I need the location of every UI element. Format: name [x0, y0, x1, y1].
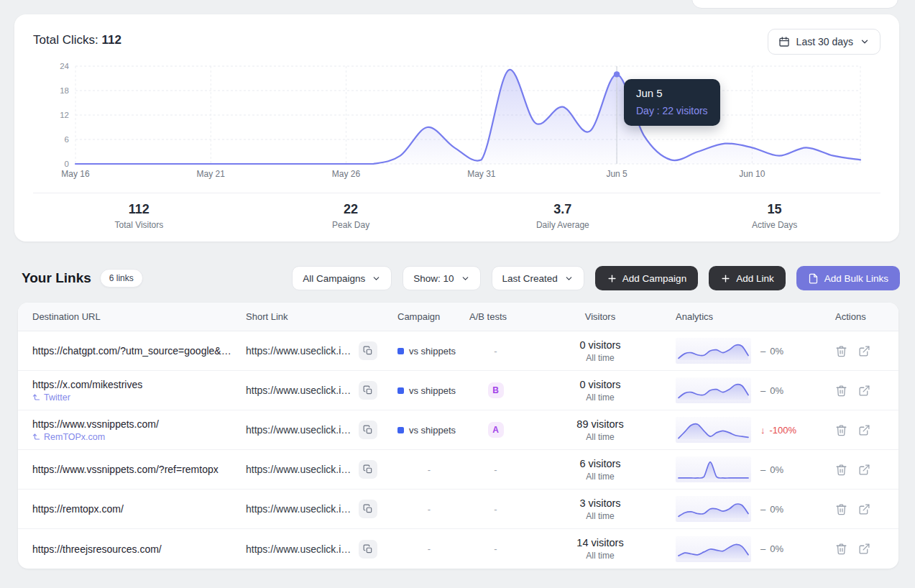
ab-test-cell: - [466, 346, 525, 357]
chevron-down-icon [860, 37, 870, 47]
open-link-button[interactable] [858, 543, 870, 555]
short-link-text[interactable]: https://www.useclick.i… [246, 464, 351, 475]
destination-url-link[interactable]: https://www.vssnippets.com/?ref=remtopx [32, 464, 219, 475]
trash-icon [835, 345, 847, 357]
svg-text:Jun 10: Jun 10 [739, 169, 765, 179]
trend-indicator: – 0% [760, 464, 783, 475]
source-sub-link[interactable]: Twitter [32, 392, 239, 403]
copy-short-link-button[interactable] [359, 421, 377, 439]
copy-icon [363, 385, 373, 395]
external-link-icon [858, 424, 870, 436]
trend-indicator: – 0% [760, 346, 783, 357]
trash-icon [835, 543, 847, 555]
campaign-cell: - [392, 504, 466, 515]
plus-icon [607, 273, 617, 284]
stat-active-days: 15 Active Days [668, 202, 880, 230]
open-link-button[interactable] [858, 385, 870, 397]
campaigns-filter-dropdown[interactable]: All Campaigns [292, 266, 392, 290]
total-clicks-title: Total Clicks: 112 [33, 29, 121, 47]
destination-url-link[interactable]: https://remtopx.com/ [32, 503, 124, 515]
svg-text:May 26: May 26 [332, 169, 361, 179]
ab-test-cell: - [466, 543, 525, 554]
table-row: https://www.vssnippets.com/ RemTOPx.com … [18, 410, 898, 450]
total-clicks-value: 112 [101, 33, 121, 47]
campaign-label: vs shippets [409, 346, 456, 357]
date-range-dropdown[interactable]: Last 30 days [768, 29, 880, 55]
table-row: https://threejsresources.com/ https://ww… [18, 529, 898, 569]
copy-icon [363, 464, 373, 474]
destination-url-link[interactable]: https://x.com/mikestrives [32, 379, 142, 390]
delete-link-button[interactable] [835, 543, 847, 555]
short-link-text[interactable]: https://www.useclick.i… [246, 503, 351, 515]
sort-dropdown[interactable]: Last Created [492, 266, 584, 290]
chevron-down-icon [372, 274, 381, 283]
source-sub-link[interactable]: RemTOPx.com [32, 432, 239, 442]
svg-text:May 31: May 31 [467, 169, 496, 179]
open-link-button[interactable] [858, 345, 870, 357]
sparkline-chart [676, 338, 751, 364]
ab-test-badge: B [488, 382, 504, 398]
destination-url-link[interactable]: https://www.vssnippets.com/ [32, 418, 159, 430]
sparkline-chart [676, 536, 751, 562]
short-link-text[interactable]: https://www.useclick.i… [246, 345, 351, 357]
copy-icon [363, 504, 373, 514]
short-link-text[interactable]: https://www.useclick.i… [246, 424, 351, 436]
svg-text:12: 12 [60, 111, 69, 119]
svg-text:24: 24 [60, 62, 69, 70]
add-campaign-button[interactable]: Add Campaign [595, 266, 698, 290]
table-header-row: Destination URL Short Link Campaign A/B … [18, 303, 898, 331]
campaign-color-dot [397, 387, 404, 394]
destination-url-link[interactable]: https://threejsresources.com/ [32, 543, 162, 555]
sparkline-chart [676, 496, 751, 522]
copy-icon [363, 544, 373, 554]
open-link-button[interactable] [858, 424, 870, 436]
tooltip-value: Day : 22 visitors [636, 105, 708, 116]
open-link-button[interactable] [858, 503, 870, 515]
stat-peak-day: 22 Peak Day [245, 202, 457, 230]
campaign-cell: - [392, 543, 466, 554]
delete-link-button[interactable] [835, 345, 847, 357]
add-bulk-links-button[interactable]: Add Bulk Links [796, 266, 900, 290]
table-row: https://remtopx.com/ https://www.useclic… [18, 490, 898, 529]
corner-up-arrow-icon [32, 433, 40, 441]
open-link-button[interactable] [858, 464, 870, 476]
destination-url-link[interactable]: https://chatgpt.com/?utm_source=google&… [32, 345, 231, 357]
top-bar-cutoff-element[interactable] [691, 0, 898, 9]
copy-short-link-button[interactable] [359, 381, 377, 400]
campaign-cell: - [392, 464, 466, 475]
trash-icon [835, 503, 847, 515]
copy-short-link-button[interactable] [359, 500, 377, 518]
trend-flat-icon: – [760, 504, 765, 515]
analytics-dashboard: Total Clicks: 112 Last 30 days [0, 0, 915, 588]
copy-icon [363, 425, 373, 435]
delete-link-button[interactable] [835, 385, 847, 397]
copy-short-link-button[interactable] [359, 341, 377, 360]
visitors-cell: 14 visitors All time [525, 537, 676, 561]
short-link-text[interactable]: https://www.useclick.i… [246, 543, 351, 555]
chart-tooltip: Jun 5 Day : 22 visitors [624, 79, 720, 126]
copy-short-link-button[interactable] [359, 460, 377, 479]
campaign-label: vs shippets [409, 425, 456, 436]
date-range-label: Last 30 days [796, 36, 853, 47]
trend-flat-icon: – [760, 346, 765, 357]
trend-flat-icon: – [760, 543, 765, 554]
copy-icon [363, 346, 373, 356]
trend-flat-icon: – [760, 464, 765, 475]
visitors-line-chart[interactable]: 06121824May 16May 21May 26May 31Jun 5Jun… [14, 56, 899, 185]
trend-down-icon: ↓ [760, 425, 765, 436]
trend-indicator: ↓ -100% [760, 425, 796, 436]
delete-link-button[interactable] [835, 503, 847, 515]
short-link-text[interactable]: https://www.useclick.i… [246, 385, 351, 396]
svg-text:18: 18 [60, 86, 69, 95]
add-link-button[interactable]: Add Link [709, 266, 786, 290]
trash-icon [835, 464, 847, 476]
visitors-cell: 0 visitors All time [525, 339, 676, 363]
document-icon [808, 273, 819, 284]
show-count-dropdown[interactable]: Show: 10 [403, 266, 480, 290]
delete-link-button[interactable] [835, 464, 847, 476]
delete-link-button[interactable] [835, 424, 847, 436]
external-link-icon [858, 464, 870, 476]
copy-short-link-button[interactable] [359, 540, 377, 559]
section-title: Your Links [22, 270, 91, 286]
col-analytics: Analytics [676, 311, 819, 322]
